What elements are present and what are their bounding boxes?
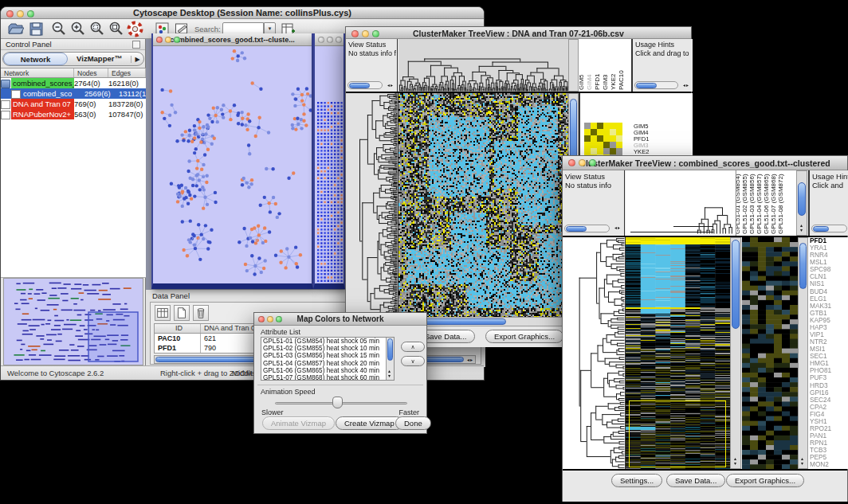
network-grid-canvas[interactable]	[315, 46, 344, 283]
zoom-in-icon[interactable]	[69, 21, 86, 37]
zoom-window-icon[interactable]	[372, 30, 379, 37]
tv2-hints-scrollbar[interactable]	[811, 225, 847, 232]
col-network[interactable]: Network	[1, 68, 74, 77]
dialog-title-bar[interactable]: Map Colors to Network	[254, 313, 426, 326]
matrix-cell[interactable]	[591, 123, 597, 129]
delete-attribute-trash-icon[interactable]	[193, 305, 209, 321]
matrix-cell[interactable]	[597, 129, 603, 135]
zoom-window-icon[interactable]	[336, 37, 342, 43]
matrix-cell[interactable]	[597, 123, 603, 129]
attribute-item[interactable]: GPL51-06 (GSM865) heat shock 40 min	[261, 367, 394, 374]
network-table-row[interactable]: combined_sco2569(6)13112(15)	[1, 88, 146, 99]
matrix-cell[interactable]	[603, 123, 610, 129]
matrix-cell[interactable]	[616, 135, 622, 142]
network-window-title-bar[interactable]	[315, 33, 344, 46]
done-button[interactable]: Done	[395, 416, 431, 430]
zoom-selected-icon[interactable]	[88, 21, 105, 37]
matrix-cell[interactable]	[584, 129, 591, 135]
close-icon[interactable]	[568, 159, 575, 166]
attribute-select-icon[interactable]	[155, 305, 171, 321]
matrix-cell[interactable]	[597, 135, 603, 142]
matrix-cell[interactable]	[591, 142, 597, 148]
main-title-bar[interactable]: Cytoscape Desktop (Session Name: collins…	[1, 7, 484, 19]
matrix-cell[interactable]	[610, 129, 616, 135]
zoom-window-icon[interactable]	[27, 10, 34, 18]
move-up-button[interactable]: ∧	[401, 342, 425, 352]
tv2-status-scrollbar[interactable]	[564, 225, 610, 232]
slider-thumb[interactable]	[332, 397, 343, 408]
save-data-button[interactable]: Save Data...	[666, 474, 725, 487]
close-icon[interactable]	[156, 37, 163, 43]
tv2-gene-scrollbar[interactable]: ▴▾	[798, 237, 808, 469]
zoom-fit-icon[interactable]	[108, 21, 124, 37]
network-table-row[interactable]: combined_scores_2764(0)16218(0)	[1, 78, 146, 88]
animate-vizmap-button[interactable]: Animate Vizmap	[262, 416, 335, 430]
move-down-button[interactable]: ∨	[401, 356, 425, 366]
tv1-col-scrollbar[interactable]	[568, 39, 579, 92]
save-icon[interactable]	[28, 21, 45, 37]
matrix-cell[interactable]	[584, 135, 591, 142]
matrix-cell[interactable]	[591, 135, 597, 142]
matrix-cell[interactable]	[616, 129, 622, 135]
zoom-window-icon[interactable]	[276, 316, 282, 322]
tv2-row-dendrogram[interactable]	[563, 237, 626, 469]
tv2-column-dendrogram[interactable]	[626, 170, 735, 236]
matrix-cell[interactable]	[603, 142, 610, 148]
minimize-icon[interactable]	[327, 37, 333, 43]
tv1-hints-scrollbar[interactable]	[634, 81, 678, 89]
minimize-icon[interactable]	[17, 10, 24, 18]
attribute-item[interactable]: GPL51-04 (GSM857) heat shock 20 min	[261, 360, 394, 367]
matrix-cell[interactable]	[616, 148, 622, 154]
tv1-heatmap[interactable]	[398, 93, 568, 317]
matrix-cell[interactable]	[616, 142, 622, 148]
col-nodes[interactable]: Nodes	[74, 68, 108, 77]
network-table-row[interactable]: RNAPuberNov2+563(0)107847(0)	[1, 109, 146, 119]
tv1-column-dendrogram[interactable]	[398, 39, 568, 92]
tv1-row-dendrogram[interactable]	[346, 93, 398, 317]
tab-vizmapper[interactable]: VizMapper™	[68, 53, 131, 65]
matrix-cell[interactable]	[610, 135, 616, 142]
matrix-cell[interactable]	[597, 148, 603, 154]
matrix-cell[interactable]	[610, 148, 616, 154]
minimize-icon[interactable]	[267, 316, 273, 322]
open-folder-icon[interactable]	[7, 21, 24, 37]
tv2-heatmap[interactable]	[626, 237, 730, 469]
tv2-collabel-scrollbar[interactable]: ▴▾	[796, 170, 807, 236]
matrix-cell[interactable]	[584, 123, 591, 129]
matrix-cell[interactable]	[610, 123, 616, 129]
zoom-out-icon[interactable]	[50, 21, 67, 37]
close-icon[interactable]	[351, 30, 359, 37]
tv1-status-scrollbar[interactable]	[347, 81, 383, 89]
attribute-item[interactable]: GPL51-03 (GSM856) heat shock 15 min	[261, 352, 394, 359]
close-icon[interactable]	[6, 10, 14, 18]
attribute-item[interactable]: GPL51-01 (GSM854) heat shock 05 min	[261, 338, 394, 345]
close-icon[interactable]	[258, 316, 265, 322]
col-edges[interactable]: Edges	[108, 68, 146, 77]
matrix-cell[interactable]	[610, 142, 616, 148]
matrix-cell[interactable]	[603, 148, 610, 154]
zoom-window-icon[interactable]	[589, 159, 596, 166]
minimize-icon[interactable]	[362, 30, 369, 37]
minimize-icon[interactable]	[165, 37, 171, 43]
help-lifebuoy-icon[interactable]	[127, 21, 143, 37]
minimize-icon[interactable]	[579, 159, 586, 166]
matrix-cell[interactable]	[591, 129, 597, 135]
new-attribute-icon[interactable]	[174, 305, 190, 321]
settings-button[interactable]: Settings...	[611, 474, 662, 487]
network-overview-thumbnail[interactable]	[3, 278, 143, 365]
treeview2-title-bar[interactable]: ClusterMaker TreeView : combined_scores_…	[563, 156, 847, 170]
float-panel-icon[interactable]	[132, 41, 140, 49]
create-vizmap-button[interactable]: Create Vizmap	[336, 416, 403, 430]
matrix-cell[interactable]	[603, 129, 610, 135]
attribute-list-scrollbar[interactable]: ▴▾	[386, 338, 394, 380]
attribute-list[interactable]: GPL51-01 (GSM854) heat shock 05 minGPL51…	[261, 337, 395, 381]
tv2-zoom-heatmap[interactable]	[742, 237, 798, 469]
attribute-item[interactable]: GPL51-07 (GSM868) heat shock 60 min	[261, 374, 394, 381]
export-graphics-button[interactable]: Export Graphics...	[485, 330, 563, 343]
attribute-item[interactable]: GPL51-02 (GSM855) heat shock 10 min	[261, 345, 394, 352]
matrix-cell[interactable]	[616, 123, 622, 129]
network-table-row[interactable]: DNA and Tran 07769(0)183728(0)	[1, 99, 146, 109]
matrix-cell[interactable]	[603, 135, 610, 142]
zoom-window-icon[interactable]	[174, 37, 180, 43]
treeview1-title-bar[interactable]: ClusterMaker TreeView : DNA and Tran 07-…	[346, 27, 691, 39]
